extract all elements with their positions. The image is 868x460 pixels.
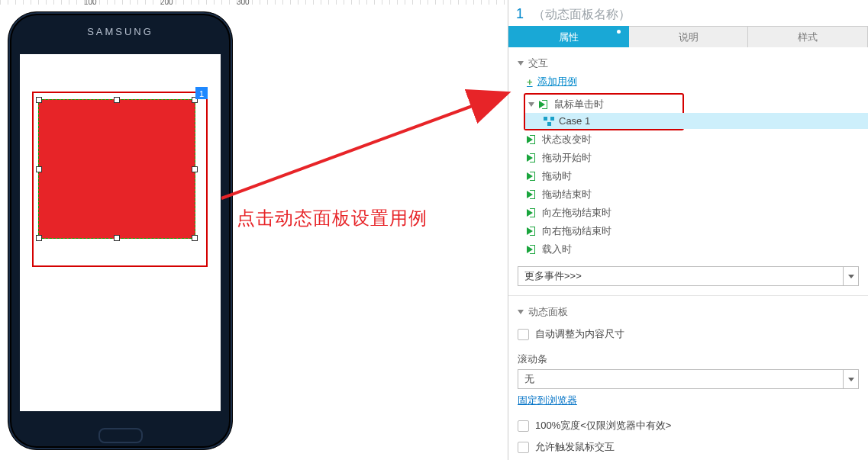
unsaved-indicator-icon (617, 30, 621, 34)
section-interactions-label: 交互 (528, 56, 548, 70)
event-icon (527, 189, 537, 200)
full-width-checkbox[interactable]: 100%宽度<仅限浏览器中有效> (518, 415, 859, 436)
resize-handle-sw[interactable] (36, 235, 42, 241)
resize-handle-w[interactable] (36, 166, 42, 172)
collapse-caret-icon (518, 310, 524, 314)
dropdown-arrow-icon (843, 267, 858, 285)
section-interactions: 交互 + 添加用例 鼠标单击时 Case 1 状态改变时 (508, 47, 868, 296)
widget-name-placeholder[interactable]: （动态面板名称） (533, 7, 631, 23)
event-icon (527, 244, 537, 255)
event-drag-start[interactable]: 拖动开始时 (519, 149, 859, 167)
event-icon (527, 153, 537, 163)
annotation-arrow (221, 88, 511, 202)
ruler-tick: 200 (160, 0, 173, 6)
case-row[interactable]: Case 1 (525, 113, 868, 129)
event-label: 拖动开始时 (542, 151, 592, 165)
checkbox-icon[interactable] (518, 329, 529, 340)
section-interactions-header[interactable]: 交互 (518, 56, 859, 70)
event-label: 拖动结束时 (542, 188, 592, 201)
device-home-button (98, 428, 143, 443)
resize-handle-nw[interactable] (36, 97, 42, 103)
inspector-panel: 1 （动态面板名称） 属性 说明 样式 交互 + 添加用例 鼠标单击时 (508, 0, 868, 460)
events-tree: 鼠标单击时 Case 1 状态改变时 拖动开始时 拖动时 (519, 93, 859, 259)
event-label: 状态改变时 (542, 133, 592, 146)
tab-style[interactable]: 样式 (748, 26, 868, 47)
scrollbars-dropdown[interactable]: 无 (518, 369, 859, 389)
svg-line-0 (221, 94, 505, 198)
section-dynamic-panel-label: 动态面板 (528, 305, 568, 319)
allow-mouse-checkbox[interactable]: 允许触发鼠标交互 (518, 436, 859, 458)
event-icon (527, 134, 537, 145)
event-icon (527, 171, 537, 182)
widget-index: 1 (516, 6, 524, 22)
checkbox-icon[interactable] (518, 420, 529, 432)
event-label: 向右拖动结束时 (542, 224, 611, 238)
annotation-text: 点击动态面板设置用例 (237, 206, 428, 230)
expand-caret-icon (528, 102, 534, 107)
resize-handle-e[interactable] (192, 166, 198, 172)
resize-handle-s[interactable] (114, 235, 120, 241)
event-state-change[interactable]: 状态改变时 (519, 130, 859, 149)
add-case-link[interactable]: + 添加用例 (527, 75, 859, 88)
ruler-tick: 100 (84, 0, 97, 6)
dynamic-panel-widget[interactable]: 1 (38, 99, 195, 239)
resize-handle-n[interactable] (114, 97, 120, 103)
ruler-tick: 300 (237, 0, 250, 6)
full-width-label: 100%宽度<仅限浏览器中有效> (535, 419, 671, 433)
event-icon (527, 226, 537, 236)
device-brand-label: SAMSUNG (8, 26, 232, 37)
section-dynamic-panel: 动态面板 自动调整为内容尺寸 滚动条 无 固定到浏览器 100%宽度<仅限浏览器… (508, 296, 868, 460)
inspector-tabs: 属性 说明 样式 (508, 26, 868, 47)
event-swipe-right[interactable]: 向右拖动结束时 (519, 222, 859, 240)
ruler (0, 0, 508, 5)
event-icon (539, 99, 550, 110)
design-canvas[interactable]: SAMSUNG 1 点击动态面板设置用例 (0, 0, 508, 460)
event-icon (527, 207, 537, 218)
allow-mouse-label: 允许触发鼠标交互 (535, 440, 615, 454)
fit-to-content-checkbox[interactable]: 自动调整为内容尺寸 (518, 323, 859, 345)
add-case-label: 添加用例 (537, 75, 577, 88)
collapse-caret-icon (518, 61, 524, 66)
event-load[interactable]: 载入时 (519, 240, 859, 259)
tab-properties-label: 属性 (559, 31, 579, 43)
event-swipe-left[interactable]: 向左拖动结束时 (519, 204, 859, 222)
case-label: Case 1 (559, 115, 590, 127)
more-events-label: 更多事件>>> (524, 269, 582, 283)
checkbox-icon[interactable] (518, 442, 529, 453)
event-drag-end[interactable]: 拖动结束时 (519, 185, 859, 204)
event-label: 拖动时 (542, 169, 572, 183)
tab-notes[interactable]: 说明 (629, 26, 749, 47)
event-label: 载入时 (542, 243, 572, 256)
fit-to-content-label: 自动调整为内容尺寸 (535, 327, 624, 341)
scrollbars-label: 滚动条 (518, 352, 859, 366)
inspector-title: 1 （动态面板名称） (508, 0, 868, 26)
resize-handle-se[interactable] (192, 235, 198, 241)
case-icon (544, 117, 554, 126)
dropdown-arrow-icon (843, 370, 858, 388)
pin-to-browser-link[interactable]: 固定到浏览器 (518, 394, 577, 407)
event-drag[interactable]: 拖动时 (519, 167, 859, 185)
annotation-highlight-events: 鼠标单击时 Case 1 (524, 93, 684, 130)
state-count-badge[interactable]: 1 (195, 87, 208, 99)
event-onclick[interactable]: 鼠标单击时 (525, 96, 682, 113)
event-label: 向左拖动结束时 (542, 206, 611, 220)
section-dynamic-panel-header[interactable]: 动态面板 (518, 305, 859, 319)
more-events-dropdown[interactable]: 更多事件>>> (518, 266, 859, 286)
scrollbars-value: 无 (524, 372, 534, 386)
event-onclick-label: 鼠标单击时 (554, 98, 604, 111)
plus-icon: + (527, 76, 533, 88)
tab-properties[interactable]: 属性 (508, 26, 629, 47)
